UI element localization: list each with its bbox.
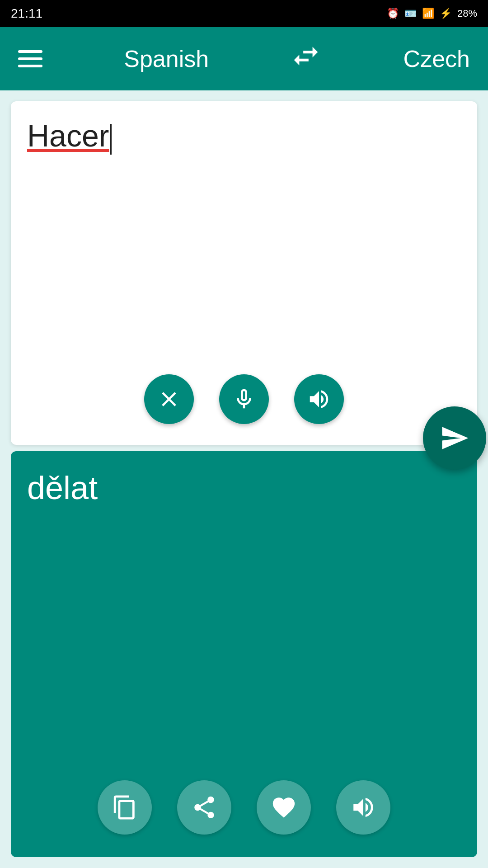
source-language-selector[interactable]: Spanish [124, 45, 209, 72]
copy-button[interactable] [98, 780, 152, 835]
source-text-display[interactable]: Hacer [27, 118, 461, 155]
clear-button[interactable] [144, 374, 194, 424]
target-panel: dělat [11, 451, 477, 857]
alarm-icon: ⏰ [387, 8, 399, 19]
source-actions-row [27, 374, 461, 429]
text-cursor [110, 124, 112, 155]
translate-button[interactable] [423, 406, 486, 470]
sim-icon: 🪪 [404, 8, 417, 19]
microphone-button[interactable] [219, 374, 269, 424]
status-time: 21:11 [11, 6, 42, 21]
menu-button[interactable] [18, 50, 42, 67]
status-icons: ⏰ 🪪 📶 ⚡ 28% [387, 8, 477, 19]
speaker-source-button[interactable] [294, 374, 344, 424]
target-text-display: dělat [27, 469, 461, 506]
status-bar: 21:11 ⏰ 🪪 📶 ⚡ 28% [0, 0, 488, 27]
swap-languages-button[interactable] [290, 40, 322, 78]
main-content: Hacer [0, 90, 488, 868]
target-language-selector[interactable]: Czech [404, 45, 470, 72]
favorite-button[interactable] [257, 780, 311, 835]
target-actions-row [27, 780, 461, 835]
share-button[interactable] [177, 780, 231, 835]
speaker-target-button[interactable] [336, 780, 390, 835]
source-panel: Hacer [11, 101, 477, 445]
toolbar: Spanish Czech [0, 27, 488, 90]
charging-icon: ⚡ [440, 8, 452, 19]
source-word: Hacer [27, 118, 109, 153]
battery-text: 28% [457, 8, 477, 19]
signal-icon: 📶 [422, 8, 434, 19]
